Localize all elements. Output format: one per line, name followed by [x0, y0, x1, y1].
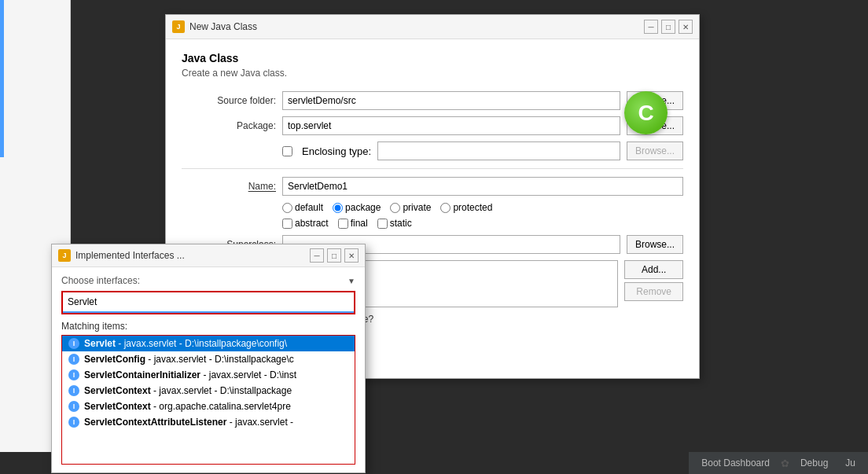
close-button[interactable]: ✕ — [679, 20, 693, 34]
source-folder-label: Source folder: — [182, 95, 276, 106]
package-row: Package: Browse... — [182, 116, 683, 135]
visibility-package-label: package — [345, 202, 381, 213]
dialog-title-text: New Java Class — [189, 21, 257, 32]
name-input[interactable] — [282, 177, 683, 196]
visibility-protected[interactable]: protected — [440, 202, 492, 213]
visibility-private-radio[interactable] — [390, 203, 400, 213]
modifier-static-label: static — [390, 218, 412, 229]
modifier-final[interactable]: final — [338, 218, 368, 229]
visibility-private[interactable]: private — [390, 202, 431, 213]
visibility-protected-label: protected — [453, 202, 492, 213]
servletcontext2-icon: I — [68, 401, 79, 412]
debug-btn[interactable]: Debug — [794, 456, 834, 470]
modifier-abstract-checkbox[interactable] — [282, 219, 292, 229]
visibility-protected-radio[interactable] — [440, 203, 451, 213]
left-blue-bar — [0, 0, 4, 157]
visibility-package[interactable]: package — [333, 202, 381, 213]
superclass-browse-button[interactable]: Browse... — [627, 235, 683, 254]
modifiers-row: abstract final static — [182, 218, 683, 229]
enclosing-type-checkbox[interactable] — [282, 146, 292, 156]
match-item-servletcontainerinitializer[interactable]: I ServletContainerInitializer - javax.se… — [62, 367, 355, 383]
impl-dialog-icon: J — [58, 249, 71, 262]
enclosing-type-label: Enclosing type: — [302, 145, 371, 157]
matching-label: Matching items: — [61, 321, 355, 332]
modifier-static[interactable]: static — [377, 218, 412, 229]
package-label: Package: — [182, 120, 276, 131]
impl-title-bar: J Implemented Interfaces ... ─ □ ✕ — [52, 244, 365, 267]
dialog-title-left: J New Java Class — [172, 20, 257, 33]
maximize-button[interactable]: □ — [661, 20, 675, 34]
visibility-default-radio[interactable] — [282, 203, 292, 213]
visibility-row: default package private protected — [182, 202, 683, 213]
junit-btn[interactable]: Ju — [839, 456, 862, 470]
modifier-final-label: final — [351, 218, 368, 229]
modifier-final-checkbox[interactable] — [338, 219, 348, 229]
impl-close-button[interactable]: ✕ — [344, 248, 359, 263]
search-box-wrapper — [61, 291, 355, 314]
enclosing-type-row: Enclosing type: Browse... — [182, 141, 683, 160]
interfaces-buttons: Add... Remove — [624, 260, 683, 301]
dialog-heading: Java Class — [182, 52, 683, 64]
bottom-bar: Boot Dashboard ✿ Debug Ju — [689, 452, 868, 474]
dialog-titlebar: J New Java Class ─ □ ✕ — [166, 15, 699, 39]
visibility-default-label: default — [295, 202, 323, 213]
remove-interface-button[interactable]: Remove — [624, 282, 683, 301]
enclosing-type-browse-button[interactable]: Browse... — [627, 141, 683, 160]
java-class-icon: J — [172, 20, 185, 33]
dialog-subtitle: Create a new Java class. — [182, 68, 683, 79]
eclipse-logo: C — [624, 91, 668, 134]
impl-dialog-title: Implemented Interfaces ... — [75, 250, 185, 261]
minimize-button[interactable]: ─ — [644, 20, 658, 34]
dialog-controls: ─ □ ✕ — [644, 20, 693, 34]
match-item-servletconfig[interactable]: I ServletConfig - javax.servlet - D:\ins… — [62, 351, 355, 367]
add-interface-button[interactable]: Add... — [624, 260, 683, 279]
boot-dashboard-btn[interactable]: Boot Dashboard — [695, 456, 776, 470]
match-item-servletcontext1[interactable]: I ServletContext - javax.servlet - D:\in… — [62, 383, 355, 399]
source-folder-input[interactable] — [282, 91, 620, 110]
enclosing-type-input[interactable] — [377, 141, 620, 160]
modifier-abstract[interactable]: abstract — [282, 218, 329, 229]
package-input[interactable] — [282, 116, 620, 135]
servlet-icon: I — [68, 338, 79, 349]
match-item-servletcontext2[interactable]: I ServletContext - org.apache.catalina.s… — [62, 399, 355, 414]
match-item-servlet[interactable]: I Servlet - javax.servlet - D:\installpa… — [62, 336, 355, 351]
servletconfig-icon: I — [68, 354, 79, 365]
separator1 — [182, 168, 683, 169]
interface-search-input[interactable] — [63, 292, 354, 313]
impl-choose-label: Choose interfaces: ▼ — [61, 275, 355, 286]
visibility-package-radio[interactable] — [333, 203, 343, 213]
impl-body: Choose interfaces: ▼ Matching items: I S… — [52, 267, 365, 472]
source-folder-row: Source folder: Browse... — [182, 91, 683, 110]
impl-maximize-button[interactable]: □ — [327, 248, 341, 263]
match-item-servletcontextattributelistener[interactable]: I ServletContextAttributeListener - java… — [62, 414, 355, 430]
dropdown-arrow-icon: ▼ — [348, 277, 355, 285]
impl-title-left: J Implemented Interfaces ... — [58, 249, 185, 262]
visibility-private-label: private — [403, 202, 431, 213]
implemented-interfaces-dialog: J Implemented Interfaces ... ─ □ ✕ Choos… — [51, 244, 366, 473]
servletcontext1-icon: I — [68, 385, 79, 396]
servletcontainerinitializer-icon: I — [68, 369, 79, 380]
visibility-default[interactable]: default — [282, 202, 323, 213]
name-label: Name: — [182, 181, 276, 192]
impl-dialog-controls: ─ □ ✕ — [310, 248, 359, 263]
name-row: Name: — [182, 177, 683, 196]
modifier-abstract-label: abstract — [295, 218, 329, 229]
servletcontextattributelistener-icon: I — [68, 417, 79, 428]
impl-minimize-button[interactable]: ─ — [310, 248, 324, 263]
modifier-static-checkbox[interactable] — [377, 219, 388, 229]
matching-items-list[interactable]: I Servlet - javax.servlet - D:\installpa… — [61, 335, 355, 465]
